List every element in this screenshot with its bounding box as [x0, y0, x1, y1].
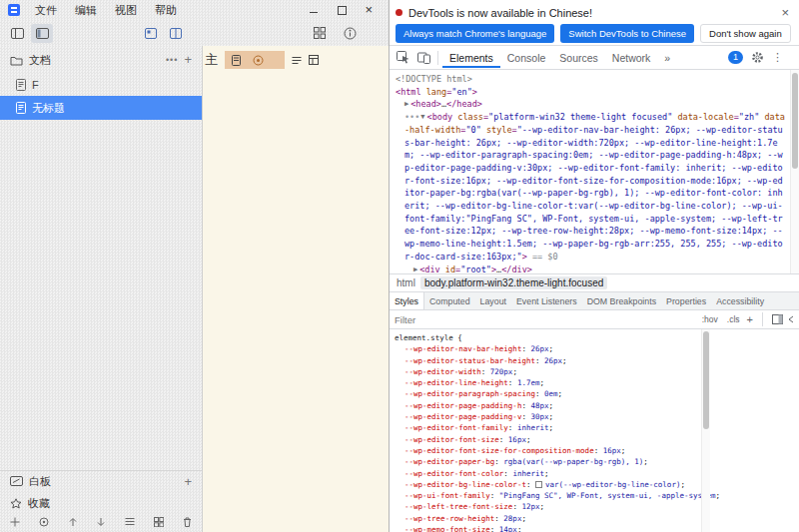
devtools-tab-elements[interactable]: Elements	[442, 48, 500, 68]
css-declaration[interactable]: --wp-editor-page-padding-h: 48px;	[395, 400, 799, 411]
color-swatch[interactable]	[535, 481, 542, 488]
menu-item-1[interactable]: 文件	[26, 2, 66, 19]
breadcrumb-item[interactable]: body.platform-win32.theme-light.focused	[420, 276, 607, 289]
settings-gear-icon[interactable]	[751, 51, 764, 64]
css-declaration[interactable]: --wp-ui-font-family: "PingFang SC", WP-F…	[395, 490, 799, 501]
sidebar-tab-dom-breakpoints[interactable]: DOM Breakpoints	[582, 292, 661, 309]
move-down-icon[interactable]	[96, 517, 106, 527]
css-declaration[interactable]: --wp-editor-line-height: 1.7em;	[395, 377, 799, 388]
styles-filter-input[interactable]	[395, 314, 695, 325]
add-document-button[interactable]: +	[184, 55, 192, 65]
style-rule-selector[interactable]: element.style {	[395, 332, 799, 343]
sidebar-tab-styles[interactable]: Styles	[390, 292, 424, 309]
tree-item[interactable]: 无标题	[0, 96, 202, 120]
editor-head-row: 主	[205, 50, 319, 70]
favorites-section[interactable]: 收藏	[0, 492, 202, 514]
grid-icon[interactable]	[154, 517, 164, 527]
layout-icon[interactable]	[309, 55, 319, 65]
css-declaration[interactable]: --wp-editor-status-bar-height: 26px;	[395, 355, 799, 366]
documents-section-header[interactable]: 文档 ••• +	[0, 46, 202, 74]
css-declaration[interactable]: --wp-editor-page-padding-v: 30px;	[395, 411, 799, 422]
info-button[interactable]	[344, 27, 357, 40]
trash-icon[interactable]	[183, 517, 192, 527]
head-tag-line[interactable]: ▶<head>…</head>	[396, 98, 787, 111]
tree-item-label: F	[32, 79, 39, 91]
menu-item-3[interactable]: 视图	[106, 2, 146, 19]
notification-buttons: Always match Chrome's languageSwitch Dev…	[396, 24, 793, 43]
menu-bar: 文件编辑视图帮助	[26, 2, 186, 19]
css-declaration[interactable]: --wp-editor-paragraph-spacing: 0em;	[395, 388, 799, 399]
target-icon[interactable]	[39, 517, 49, 527]
css-declaration[interactable]: --wp-editor-bg-line-color-t: var(--wp-ed…	[395, 479, 799, 490]
tree-item[interactable]: F	[0, 74, 202, 96]
css-declaration[interactable]: --wp-editor-font-color: inherit;	[395, 468, 799, 479]
toggle-panel-button[interactable]	[31, 24, 53, 43]
device-toolbar-icon[interactable]	[413, 48, 433, 68]
scrollbar-thumb[interactable]	[703, 331, 709, 429]
add-whiteboard-button[interactable]: +	[184, 477, 192, 487]
more-options-button[interactable]: •••	[166, 55, 178, 65]
new-style-rule-button[interactable]: +	[747, 314, 753, 324]
inspect-element-icon[interactable]	[394, 48, 413, 68]
toggle-hover-state-button[interactable]: :hov	[700, 313, 720, 325]
toggle-sidebar-button[interactable]	[6, 24, 28, 43]
css-declaration[interactable]: --wp-editor-font-family: inherit;	[395, 422, 799, 433]
notification-button-2[interactable]: Switch DevTools to Chinese	[560, 24, 694, 43]
menu-item-2[interactable]: 编辑	[66, 2, 106, 19]
window-controls: ×	[309, 5, 385, 15]
close-button[interactable]: ×	[365, 5, 373, 15]
sidebar-tab-properties[interactable]: Properties	[661, 292, 711, 309]
computed-sidebar-toggle-icon[interactable]	[772, 314, 783, 324]
scrollbar-thumb[interactable]	[792, 73, 798, 169]
folder-icon	[10, 55, 23, 66]
split-view-button[interactable]	[165, 24, 187, 43]
card-view-button[interactable]	[140, 24, 162, 43]
sidebar-tab-computed[interactable]: Computed	[424, 292, 475, 309]
maximize-button[interactable]	[337, 5, 347, 15]
favorites-label: 收藏	[28, 496, 50, 511]
notification-button-1[interactable]: Always match Chrome's language	[396, 24, 554, 43]
outline-icon[interactable]	[292, 56, 302, 65]
menu-item-4[interactable]: 帮助	[146, 2, 186, 19]
styles-pane: element.style {--wp-editor-nav-bar-heigh…	[390, 329, 799, 532]
breadcrumb-item[interactable]: html	[397, 277, 415, 288]
devtools-tab-console[interactable]: Console	[500, 48, 553, 68]
close-notification-icon[interactable]: ×	[777, 7, 793, 19]
css-declaration[interactable]: --wp-editor-width: 720px;	[395, 366, 799, 377]
kebab-menu-icon[interactable]: ⋮	[772, 51, 783, 64]
css-declaration[interactable]: --wp-left-tree-font-size: 12px;	[395, 501, 799, 512]
devtools-tab-sources[interactable]: Sources	[552, 48, 605, 68]
body-tag-line[interactable]: •••▼<body class="platform-win32 theme-li…	[396, 111, 787, 263]
elements-scrollbar[interactable]	[790, 70, 799, 273]
dom-breadcrumb: htmlbody.platform-win32.theme-light.focu…	[390, 273, 799, 291]
styles-scrollbar[interactable]	[701, 329, 710, 532]
sidebar-tab-layout[interactable]: Layout	[475, 292, 511, 309]
editor-text: 主	[205, 51, 218, 69]
css-declaration[interactable]: --wp-memo-font-size: 14px;	[395, 524, 799, 532]
sidebar-tab-event-listeners[interactable]: Event Listeners	[511, 292, 582, 309]
record-icon[interactable]	[253, 55, 264, 66]
add-icon[interactable]	[10, 517, 20, 527]
minimize-button[interactable]	[309, 5, 319, 15]
console-message-badge[interactable]: 1	[728, 51, 743, 64]
notification-button-3[interactable]: Don't show again	[700, 24, 791, 43]
doctype-line[interactable]: <!DOCTYPE html>	[396, 73, 787, 86]
css-declaration[interactable]: --wp-editor-font-size: 16px;	[395, 434, 799, 445]
whiteboard-section[interactable]: 白板 +	[0, 470, 202, 492]
apps-grid-button[interactable]	[314, 27, 326, 39]
root-div-line[interactable]: ▶<div id="root">…</div>	[396, 264, 787, 273]
move-up-icon[interactable]	[68, 517, 78, 527]
collapse-chevron-icon[interactable]	[788, 315, 794, 323]
sidebar-tab-accessibility[interactable]: Accessibility	[711, 292, 769, 309]
devtools-tab-»[interactable]: »	[657, 48, 677, 68]
css-declaration[interactable]: --wp-editor-paper-bg: rgba(var(--wp-pape…	[395, 456, 799, 467]
css-declaration[interactable]: --wp-tree-row-height: 28px;	[395, 513, 799, 524]
list-icon[interactable]	[125, 517, 135, 526]
css-declaration[interactable]: --wp-editor-font-size-for-composition-mo…	[395, 445, 799, 456]
html-tag-line[interactable]: <html lang="en">	[396, 86, 787, 99]
editor-canvas[interactable]: 主	[203, 46, 389, 532]
devtools-tab-network[interactable]: Network	[605, 48, 658, 68]
toggle-class-button[interactable]: .cls	[725, 313, 742, 325]
page-icon[interactable]	[232, 55, 241, 66]
css-declaration[interactable]: --wp-editor-nav-bar-height: 26px;	[395, 343, 799, 354]
